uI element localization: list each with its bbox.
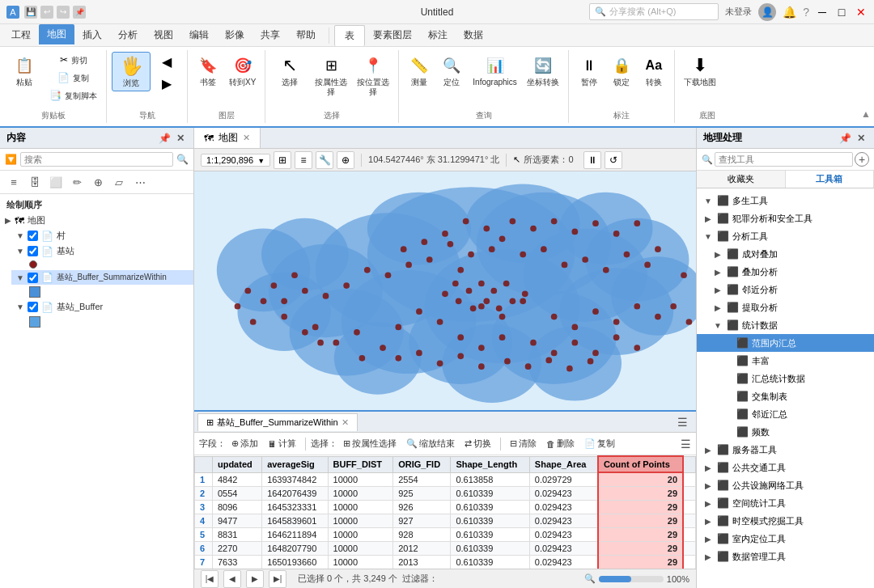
menu-share[interactable]: 共享 xyxy=(252,25,288,45)
first-record-btn[interactable]: |◀ xyxy=(201,570,218,588)
col-header-averagesig[interactable]: averageSig xyxy=(262,456,328,472)
toolbox-tree-item[interactable]: ▶ ⬛ 数据管理工具 xyxy=(697,548,874,565)
close-button[interactable]: ✕ xyxy=(855,6,868,19)
add-toolbox-btn[interactable]: + xyxy=(855,152,869,167)
table-row[interactable]: 7 7633 1650193660 10000 2013 0.610339 0.… xyxy=(195,556,696,569)
menu-view[interactable]: 视图 xyxy=(146,25,181,45)
toolbox-tree-item[interactable]: ▶ ⬛ 服务器工具 xyxy=(697,441,874,459)
map-canvas[interactable] xyxy=(194,171,696,410)
table-tab-main[interactable]: ⊞ 基站_Buffer_SummarizeWithin ✕ xyxy=(197,413,358,431)
tab-feature-layer[interactable]: 要素图层 xyxy=(365,25,420,45)
coord-convert-button[interactable]: 🔄 坐标转换 xyxy=(523,52,563,90)
geoprocessing-search-input[interactable] xyxy=(715,152,853,167)
tab-favorites[interactable]: 收藏夹 xyxy=(697,171,786,188)
toolbox-tree-item[interactable]: ⬛ 汇总统计数据 xyxy=(697,370,874,387)
attr-select-toolbar-btn[interactable]: ⊞ 按属性选择 xyxy=(339,436,401,451)
toolbox-tree-item[interactable]: ▶ ⬛ 成对叠加 xyxy=(697,245,874,263)
layer-item-buffer-summarize[interactable]: ▼ 📄 基站_Buffer_SummarizeWithin xyxy=(11,270,193,285)
layer-checkbox-bs[interactable] xyxy=(28,246,38,256)
toolbox-tree-item[interactable]: ▶ ⬛ 犯罪分析和安全工具 xyxy=(697,209,874,227)
col-header-buff-dist[interactable]: BUFF_DIST xyxy=(328,456,393,472)
toolbox-tree-item[interactable]: ▼ ⬛ 分析工具 xyxy=(697,227,874,245)
table-tab-close[interactable]: ✕ xyxy=(342,417,349,428)
pause-button[interactable]: ⏸ 暂停 xyxy=(574,52,605,90)
toolbox-tree-item[interactable]: ▶ ⬛ 叠加分析 xyxy=(697,263,874,281)
last-record-btn[interactable]: ▶| xyxy=(269,570,286,588)
table-container[interactable]: updated averageSig BUFF_DIST ORIG_FID Sh… xyxy=(194,455,696,569)
location-select-button[interactable]: 📍 按位置选择 xyxy=(353,52,393,99)
layer-edit-icon[interactable]: ✏ xyxy=(68,173,86,191)
menu-help[interactable]: 帮助 xyxy=(288,25,324,45)
col-header-count[interactable]: Count of Points xyxy=(598,456,683,472)
goto-xy-button[interactable]: 🎯 转到XY xyxy=(225,52,260,90)
forward-button[interactable]: ▶ xyxy=(152,74,181,94)
convert-button[interactable]: Aa 转换 xyxy=(639,52,669,90)
select-button[interactable]: ↖ 选择 xyxy=(270,52,309,90)
col-header-orig-fid[interactable]: ORIG_FID xyxy=(393,456,451,472)
avatar[interactable]: 👤 xyxy=(758,3,776,21)
zoom-extent-btn[interactable]: ⊞ xyxy=(274,151,291,169)
copy-script-button[interactable]: 📑 复制脚本 xyxy=(45,87,101,104)
search-btn-icon[interactable]: 🔍 xyxy=(176,154,189,165)
menu-imagery[interactable]: 影像 xyxy=(217,25,252,45)
table-row[interactable]: 1 4842 1639374842 10000 2554 0.613858 0.… xyxy=(195,472,696,487)
toolbox-tree-item[interactable]: ⬛ 交集制表 xyxy=(697,387,874,405)
layer-item-basestation[interactable]: ▼ 📄 基站 xyxy=(11,243,193,259)
col-header-updated[interactable]: updated xyxy=(212,456,261,472)
refresh-map-btn[interactable]: ↺ xyxy=(605,151,622,169)
map-tab-close[interactable]: ✕ xyxy=(243,133,250,143)
next-record-btn[interactable]: ▶ xyxy=(246,570,264,588)
table-row[interactable]: 4 9477 1645839601 10000 927 0.610339 0.0… xyxy=(195,514,696,528)
toolbox-tree-item[interactable]: ▼ ⬛ 统计数据 xyxy=(697,316,874,334)
nav-tools-btn[interactable]: 🔧 xyxy=(316,151,333,169)
menu-project[interactable]: 工程 xyxy=(3,25,39,45)
col-header-shape-area[interactable]: Shape_Area xyxy=(529,456,598,472)
pin-icon[interactable]: 📌 xyxy=(73,6,86,19)
zoom-slider[interactable] xyxy=(599,576,664,582)
layer-checkbox-village[interactable] xyxy=(28,231,38,241)
delete-toolbar-btn[interactable]: 🗑 删除 xyxy=(542,436,579,451)
global-search[interactable]: 🔍 分享搜索 (Alt+Q) xyxy=(589,3,719,20)
paste-button[interactable]: 📋 粘贴 xyxy=(5,52,44,90)
tab-label[interactable]: 标注 xyxy=(420,25,456,45)
copy-toolbar-btn[interactable]: 📄 复制 xyxy=(580,436,619,451)
zoom-layers-btn[interactable]: ≡ xyxy=(295,151,312,169)
toolbox-tree-item[interactable]: ⬛ 邻近汇总 xyxy=(697,405,874,423)
toolbox-tree-item[interactable]: ▶ ⬛ 室内定位工具 xyxy=(697,530,874,548)
menu-insert[interactable]: 插入 xyxy=(74,25,110,45)
ribbon-collapse-btn[interactable]: ▲ xyxy=(858,50,874,123)
layer-item-buffer[interactable]: ▼ 📄 基站_Buffer xyxy=(11,299,193,315)
calc-btn[interactable]: 🖩 计算 xyxy=(264,436,300,451)
save-icon[interactable]: 💾 xyxy=(24,6,37,19)
close-panel-btn[interactable]: ✕ xyxy=(174,132,187,145)
toolbox-tree-item[interactable]: ⬛ 丰富 xyxy=(697,352,874,370)
minimize-button[interactable]: ─ xyxy=(816,6,829,19)
toolbox-tree-item[interactable]: ▶ ⬛ 公共设施网络工具 xyxy=(697,476,874,494)
menu-edit[interactable]: 编辑 xyxy=(181,25,217,45)
undo-icon[interactable]: ↩ xyxy=(40,6,53,19)
layer-item-map[interactable]: ▶ 🗺 地图 xyxy=(0,213,193,228)
bell-icon[interactable]: 🔔 xyxy=(783,6,796,19)
browse-button[interactable]: 🖐 浏览 xyxy=(112,52,151,91)
infographics-button[interactable]: 📊 Infographics xyxy=(469,52,520,90)
back-button[interactable]: ◀ xyxy=(152,52,181,72)
table-row[interactable]: 5 8831 1646211894 10000 928 0.610339 0.0… xyxy=(195,528,696,542)
lock-button[interactable]: 🔒 锁定 xyxy=(606,52,637,90)
toolbox-tree-item[interactable]: ▶ ⬛ 提取分析 xyxy=(697,298,874,316)
pause-map-btn[interactable]: ⏸ xyxy=(583,151,601,169)
toolbox-tree-item[interactable]: ▶ ⬛ 时空模式挖掘工具 xyxy=(697,512,874,530)
copy-button[interactable]: 📄 复制 xyxy=(45,70,101,86)
tab-toolbox[interactable]: 工具箱 xyxy=(786,171,875,188)
layer-item-village[interactable]: ▼ 📄 村 xyxy=(11,228,193,243)
bookmark-button[interactable]: 🔖 书签 xyxy=(193,52,223,90)
layer-checkbox-buffer[interactable] xyxy=(28,302,38,312)
clear-btn[interactable]: ⊟ 清除 xyxy=(506,436,541,451)
col-header-rownum[interactable] xyxy=(195,456,213,472)
redo-icon[interactable]: ↪ xyxy=(57,6,70,19)
menu-map[interactable]: 地图 xyxy=(39,24,74,46)
cut-button[interactable]: ✂ 剪切 xyxy=(45,52,101,68)
tab-table[interactable]: 表 xyxy=(334,25,365,46)
map-tab[interactable]: 🗺 地图 ✕ xyxy=(194,128,261,148)
layer-add-icon[interactable]: ⊕ xyxy=(89,173,107,191)
geoprocessing-pin-btn[interactable]: 📌 xyxy=(838,132,851,145)
